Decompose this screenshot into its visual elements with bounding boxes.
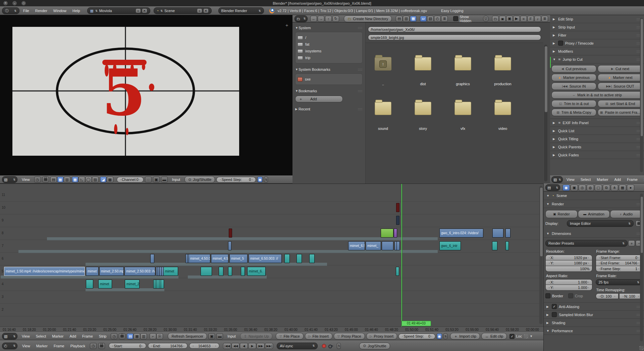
exif-info-panel-panel-header[interactable]: ▶≋EXIF Info Panel:::: [550,119,644,127]
add-bookmark-button[interactable]: ＋ Add [295,96,343,102]
marker-previous-button[interactable]: ▲Marker previous [551,74,596,81]
modifiers-panel-header[interactable]: ▶Modifiers:::: [550,47,644,55]
tab-object-data-icon[interactable]: ⋔ [611,185,618,191]
quick-titling-panel-header[interactable]: ▶Quick Titling:::: [550,135,644,143]
lock-checkbox[interactable]: ✓ [509,334,515,339]
prev-keyframe-icon[interactable]: ◀◀ [231,343,239,349]
strip[interactable] [505,241,509,250]
cut-next-button[interactable]: ▶Cut next [598,65,643,72]
bookmarks-panel-header[interactable]: ▼Bookmarks:::: [295,88,363,94]
editor-type-timeline-button[interactable]: ◴⇅ [2,343,17,349]
mark-in-out-active-strip-button[interactable]: ↔Mark in & out to active strip [551,91,643,99]
file-place-button[interactable]: ▽File Place [276,333,303,340]
render-button[interactable]: ▣Render [545,210,578,218]
set-start-end-button[interactable]: ▤set Start & End [598,100,643,107]
folder-item-production[interactable]: production [484,57,521,86]
strip-mimet_1.50.mp4_video_screencap_mimetypes_mime[interactable]: mimet_1.50.mp4: //video/screencap/mimety… [4,267,85,276]
filename-field[interactable]: smpte169_bright.jpg [368,35,541,40]
end-frame-field[interactable]: ‹End Frame:164766› [596,260,643,266]
view-list-long-icon[interactable]: ▥ [403,16,410,22]
next-keyframe-icon[interactable]: ▶▶ [257,343,265,349]
view-list-short-icon[interactable]: ▤ [396,16,402,22]
navigate-up-button[interactable]: ⇧Navigate Up [240,333,273,340]
strip-mimet_[interactable]: mimet_ [366,241,381,250]
tab-constraints-icon[interactable]: ⧉ [603,185,610,191]
avsync-select[interactable]: AV-sync⇅ [277,343,318,349]
menu-view[interactable]: View [19,178,33,182]
properties-scrollbar[interactable] [640,194,643,341]
editor-type-vse-button[interactable]: ▧⇅ [2,176,17,183]
menu-view[interactable]: View [19,334,33,338]
menu-marker[interactable]: Marker [33,344,51,348]
sort-size-icon[interactable]: ≣ [441,16,448,22]
folder-item-vfx[interactable]: vfx [444,102,481,131]
preview-opacity-icon[interactable]: ◺ [78,177,85,183]
safe-margin-icon[interactable]: ◯ [85,177,92,183]
alpha-view-icon[interactable]: ▩ [107,177,113,183]
menu-select[interactable]: Select [33,334,49,338]
display-select[interactable]: Image Editor⇅ [567,220,634,227]
scene-selector[interactable]: ◔⇅ Scene ＋ ✕ [154,7,212,14]
start-frame-field[interactable]: ‹Start: 0› [109,343,146,349]
fps-select[interactable]: 25 fps⇅ [596,279,643,285]
animation-button[interactable]: ▬Animation [578,210,610,218]
filter-panel-header[interactable]: ▶Filter:::: [550,31,644,39]
menu-frame[interactable]: Frame [51,344,67,348]
add-layout-icon[interactable]: ＋ [136,8,141,13]
time-icon[interactable]: ◷ [34,177,41,183]
channel-display-icon[interactable]: ▦ [72,177,78,183]
sort-time-icon[interactable]: ◴ [434,16,441,22]
strip-input-panel-header[interactable]: ▶Strip Input:::: [550,23,644,31]
jump-to-cut-panel-header[interactable]: ▼ ≋ Jump to Cut:::: [550,55,644,63]
delete-scene-icon[interactable]: ✕ [203,8,209,13]
proxy-toggle-icon[interactable]: ◉ [437,333,442,339]
add-preset-icon[interactable]: ＋ [628,240,635,246]
file-insert-button[interactable]: ▷File Insert [305,333,332,340]
aspect-y-field[interactable]: ‹Y:1.000› [545,285,592,291]
clip-view-icon[interactable]: ◪ [100,177,107,183]
refresh-icon[interactable]: ↻ [332,16,339,22]
menu-file[interactable]: File [20,9,32,13]
timeline-ruler[interactable]: 01:16:4001:18:2001:20:0001:21:4001:23:20… [0,327,543,333]
menu-add[interactable]: Add [611,178,624,182]
sort-extension-icon[interactable]: ▧ [427,16,434,22]
tab-render-icon[interactable]: ◉ [562,185,570,191]
strip-mimet_4.50.00[interactable]: mimet_4.50.00 [189,254,210,263]
edit-clip-button[interactable]: ↔Edit clip [481,333,507,340]
forward-icon[interactable]: → [318,16,324,22]
filter-text-icon[interactable]: ≣ [541,16,548,22]
filter-image-icon[interactable]: ▣ [506,16,513,22]
anti-aliasing-checkbox[interactable]: ✓ [552,304,557,309]
npanel-scrollbar[interactable] [640,18,643,172]
strip-mimet[interactable]: mimet [86,267,99,276]
pin-icon[interactable]: ✦ [546,194,549,198]
up-icon[interactable]: ↑ [325,16,332,22]
edit-strip-panel-header[interactable]: ▶Edit Strip:::: [550,15,644,23]
editor-type-filebrowser-button[interactable]: 🗀⇅ [294,15,308,22]
sequencer-scrollbar[interactable] [539,186,543,324]
strip[interactable] [505,229,511,238]
lock-icon[interactable] [98,343,105,349]
proxy-place-button[interactable]: ▽Proxy Place [334,333,365,340]
crop-checkbox[interactable] [568,293,573,298]
menu-help[interactable]: Help [69,9,83,13]
strip[interactable] [201,267,212,276]
back-icon[interactable]: ← [310,16,317,22]
strip[interactable] [396,203,399,212]
strip[interactable] [309,254,315,263]
folder-item-sound[interactable]: sound [365,102,401,131]
border-checkbox[interactable] [545,293,550,298]
tab-physics-icon[interactable]: ● [627,185,634,191]
frame-step-field[interactable]: ‹Frame Step:1› [596,266,643,272]
render-anim-icon[interactable]: ▬ [161,177,168,183]
time-icon[interactable]: ◷ [90,343,97,349]
render-image-icon[interactable]: ▣ [208,333,215,339]
seqview-sequencer-icon[interactable]: ▤ [127,333,133,339]
proxy-insert-button[interactable]: ▷Proxy Insert [366,333,397,340]
keying-set-icon[interactable] [328,344,333,348]
sort-alpha-icon[interactable]: az [420,16,427,22]
system-item-trip[interactable]: trip [298,54,360,61]
region-expand-plus[interactable]: ＋ [284,22,289,29]
strip[interactable] [228,241,231,250]
tab-render-layers-icon[interactable]: ▣ [571,185,578,191]
